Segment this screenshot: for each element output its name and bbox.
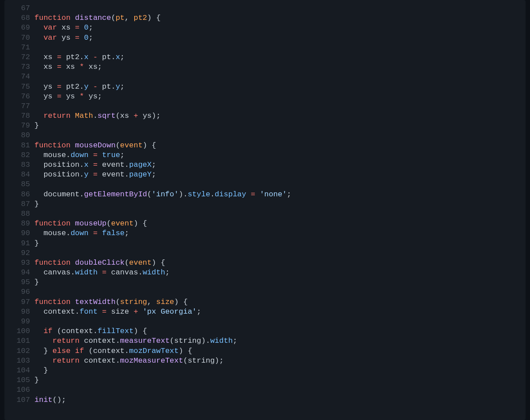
code-line[interactable]: 103 return context.mozMeasureText(string… <box>4 356 526 366</box>
code-line[interactable]: 99 <box>4 317 526 326</box>
code-line[interactable]: 93function doubleClick(event) { <box>4 258 526 268</box>
code-content[interactable] <box>33 287 526 297</box>
token-prop: y <box>84 82 88 91</box>
code-content[interactable] <box>33 385 526 395</box>
code-line[interactable]: 68function distance(pt, pt2) { <box>4 13 526 23</box>
token-kw: = <box>93 170 98 179</box>
code-line[interactable]: 102 } else if (context.mozDrawText) { <box>4 346 526 356</box>
code-line[interactable]: 67 <box>4 4 526 13</box>
code-content[interactable]: } else if (context.mozDrawText) { <box>33 346 526 356</box>
token-punc: ; <box>125 229 129 237</box>
code-content[interactable]: ys = pt2.y - pt.y; <box>33 82 526 92</box>
token-punc <box>53 92 57 101</box>
code-content[interactable]: var xs = 0; <box>33 23 526 33</box>
code-line[interactable]: 69 var xs = 0; <box>4 23 526 33</box>
line-number: 99 <box>4 317 33 326</box>
code-editor[interactable]: 6768function distance(pt, pt2) {69 var x… <box>4 0 526 420</box>
code-content[interactable]: function mouseUp(event) { <box>33 219 526 229</box>
code-content[interactable]: function mouseDown(event) { <box>33 141 526 150</box>
code-line[interactable]: 96 <box>4 287 526 297</box>
code-line[interactable]: 100 if (context.fillText) { <box>4 326 526 336</box>
code-line[interactable]: 87} <box>4 199 526 209</box>
token-kw: function <box>34 298 71 306</box>
token-num: 0 <box>84 23 88 32</box>
code-content[interactable]: init(); <box>33 395 526 405</box>
code-line[interactable]: 80 <box>4 131 526 140</box>
token-punc <box>255 190 260 199</box>
token-punc: . <box>71 268 75 277</box>
code-content[interactable] <box>33 72 526 82</box>
code-content[interactable] <box>33 101 526 111</box>
code-line[interactable]: 104 } <box>4 366 526 375</box>
code-content[interactable]: var ys = 0; <box>33 33 526 43</box>
code-line[interactable]: 89function mouseUp(event) { <box>4 219 526 229</box>
code-content[interactable]: return context.mozMeasureText(string); <box>33 356 526 366</box>
code-line[interactable]: 83 position.x = event.pageX; <box>4 160 526 170</box>
code-content[interactable]: } <box>33 121 526 131</box>
code-line[interactable]: 81function mouseDown(event) { <box>4 141 526 150</box>
token-fn: mouseDown <box>75 141 116 150</box>
code-line[interactable]: 97function textWidth(string, size) { <box>4 297 526 307</box>
code-line[interactable]: 107init(); <box>4 395 526 405</box>
code-content[interactable]: xs = pt2.x - pt.x; <box>33 52 526 62</box>
code-content[interactable]: } <box>33 239 526 248</box>
code-line[interactable]: 90 mouse.down = false; <box>4 229 526 238</box>
token-punc: ( <box>116 112 120 120</box>
code-content[interactable] <box>33 248 526 258</box>
code-line[interactable]: 75 ys = pt2.y - pt.y; <box>4 82 526 92</box>
code-content[interactable]: context.font = size + 'px Georgia'; <box>33 307 526 317</box>
code-content[interactable] <box>33 180 526 189</box>
code-content[interactable] <box>33 209 526 219</box>
code-content[interactable] <box>33 131 526 140</box>
code-line[interactable]: 74 <box>4 72 526 82</box>
code-content[interactable] <box>33 4 526 13</box>
code-line[interactable]: 95} <box>4 278 526 287</box>
code-line[interactable]: 105} <box>4 375 526 385</box>
code-content[interactable]: mouse.down = true; <box>33 150 526 160</box>
code-line[interactable]: 84 position.y = event.pageY; <box>4 170 526 180</box>
token-punc <box>34 268 43 277</box>
code-content[interactable]: canvas.width = canvas.width; <box>33 268 526 278</box>
code-line[interactable]: 72 xs = pt2.x - pt.x; <box>4 52 526 62</box>
code-content[interactable]: function doubleClick(event) { <box>33 258 526 268</box>
code-line[interactable]: 76 ys = ys * ys; <box>4 92 526 101</box>
code-line[interactable]: 94 canvas.width = canvas.width; <box>4 268 526 278</box>
token-punc <box>71 34 75 42</box>
code-line[interactable]: 92 <box>4 248 526 258</box>
token-kw: function <box>34 259 71 267</box>
code-content[interactable]: if (context.fillText) { <box>33 326 526 336</box>
code-line[interactable]: 70 var ys = 0; <box>4 33 526 43</box>
code-content[interactable]: } <box>33 278 526 287</box>
code-content[interactable] <box>33 43 526 52</box>
code-line[interactable]: 88 <box>4 209 526 219</box>
code-line[interactable]: 106 <box>4 385 526 395</box>
code-content[interactable]: xs = xs * xs; <box>33 62 526 72</box>
code-line[interactable]: 73 xs = xs * xs; <box>4 62 526 72</box>
code-line[interactable]: 101 return context.measureText(string).w… <box>4 336 526 346</box>
code-line[interactable]: 82 mouse.down = true; <box>4 150 526 160</box>
code-content[interactable]: position.y = event.pageY; <box>33 170 526 180</box>
code-content[interactable]: ys = ys * ys; <box>33 92 526 101</box>
code-content[interactable] <box>33 317 526 326</box>
code-line[interactable]: 78 return Math.sqrt(xs + ys); <box>4 111 526 121</box>
code-content[interactable]: } <box>33 375 526 385</box>
line-number: 104 <box>4 366 33 375</box>
code-content[interactable]: position.x = event.pageX; <box>33 160 526 170</box>
code-content[interactable]: return Math.sqrt(xs + ys); <box>33 111 526 121</box>
code-content[interactable]: mouse.down = false; <box>33 229 526 238</box>
code-content[interactable]: return context.measureText(string).width… <box>33 336 526 346</box>
code-content[interactable]: document.getElementById('info').style.di… <box>33 190 526 199</box>
code-content[interactable]: function textWidth(string, size) { <box>33 297 526 307</box>
code-line[interactable]: 79} <box>4 121 526 131</box>
code-content[interactable]: } <box>33 366 526 375</box>
code-line[interactable]: 98 context.font = size + 'px Georgia'; <box>4 307 526 317</box>
token-ident: pt2 <box>66 82 80 91</box>
code-line[interactable]: 85 <box>4 180 526 189</box>
code-line[interactable]: 91} <box>4 239 526 248</box>
code-line[interactable]: 71 <box>4 43 526 52</box>
code-content[interactable]: } <box>33 199 526 209</box>
code-content[interactable]: function distance(pt, pt2) { <box>33 13 526 23</box>
token-punc: ; <box>120 53 125 61</box>
code-line[interactable]: 86 document.getElementById('info').style… <box>4 190 526 199</box>
code-line[interactable]: 77 <box>4 101 526 111</box>
